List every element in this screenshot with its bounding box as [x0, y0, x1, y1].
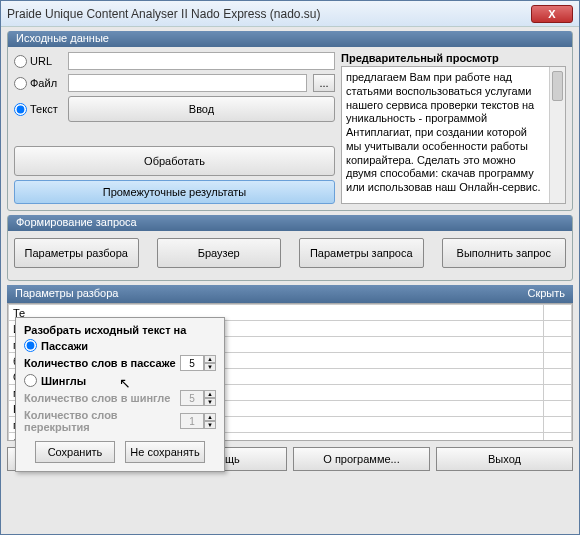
parse-params-popup: Разобрать исходный текст на Пассажи Коли…: [15, 317, 225, 472]
spin-up-icon: ▲: [204, 390, 216, 398]
overlap-spinner: ▲▼: [180, 413, 216, 429]
file-radio[interactable]: [14, 77, 27, 90]
spin-up-icon: ▲: [204, 413, 216, 421]
spin-down-icon[interactable]: ▼: [204, 363, 216, 371]
browser-button[interactable]: Браузер: [157, 238, 282, 268]
row-value: [544, 401, 572, 417]
source-group: Исходные данные URL Файл ... Текст Ввод: [7, 31, 573, 211]
text-radio-label[interactable]: Текст: [14, 103, 62, 116]
file-browse-button[interactable]: ...: [313, 74, 335, 92]
popup-hide-label[interactable]: Скрыть: [527, 287, 565, 301]
scrollbar-thumb[interactable]: [552, 71, 563, 101]
preview-label: Предварительный просмотр: [341, 52, 566, 64]
preview-text: предлагаем Вам при работе над статьями в…: [346, 71, 561, 195]
preview-scrollbar[interactable]: [549, 67, 565, 203]
close-button[interactable]: X: [531, 5, 573, 23]
row-value: [544, 433, 572, 442]
overlap-input: [180, 413, 204, 429]
vvod-button[interactable]: Ввод: [68, 96, 335, 122]
popup-save-button[interactable]: Сохранить: [35, 441, 115, 463]
file-radio-label[interactable]: Файл: [14, 77, 62, 90]
words-passage-input[interactable]: [180, 355, 204, 371]
row-value: [544, 369, 572, 385]
row-value: [544, 337, 572, 353]
url-radio-label[interactable]: URL: [14, 55, 62, 68]
source-group-title: Исходные данные: [8, 31, 572, 47]
window-title: Praide Unique Content Analyser II Nado E…: [7, 7, 531, 21]
about-button[interactable]: О программе...: [293, 447, 430, 471]
url-radio[interactable]: [14, 55, 27, 68]
query-group-title: Формирование запроса: [8, 215, 572, 231]
text-radio[interactable]: [14, 103, 27, 116]
spin-down-icon: ▼: [204, 421, 216, 429]
row-value: [544, 385, 572, 401]
row-value: [544, 353, 572, 369]
titlebar[interactable]: Praide Unique Content Analyser II Nado E…: [1, 1, 579, 27]
overlap-label: Количество слов перекрытия: [24, 409, 180, 433]
exit-button[interactable]: Выход: [436, 447, 573, 471]
popup-header: Разобрать исходный текст на: [24, 324, 216, 336]
popup-title: Параметры разбора: [15, 287, 527, 301]
preview-box[interactable]: предлагаем Вам при работе над статьями в…: [341, 66, 566, 204]
process-button[interactable]: Обработать: [14, 146, 335, 176]
words-shingle-label: Количество слов в шингле: [24, 392, 170, 404]
words-shingle-spinner: ▲▼: [180, 390, 216, 406]
row-value: [544, 417, 572, 433]
spin-down-icon: ▼: [204, 398, 216, 406]
words-passage-spinner[interactable]: ▲▼: [180, 355, 216, 371]
file-input[interactable]: [68, 74, 307, 92]
shingles-radio[interactable]: [24, 374, 37, 387]
passages-option[interactable]: Пассажи: [24, 339, 216, 352]
run-query-button[interactable]: Выполнить запрос: [442, 238, 567, 268]
parse-params-button[interactable]: Параметры разбора: [14, 238, 139, 268]
query-group: Формирование запроса Параметры разбора Б…: [7, 215, 573, 281]
passages-radio[interactable]: [24, 339, 37, 352]
shingles-option[interactable]: Шинглы: [24, 374, 216, 387]
url-input[interactable]: [68, 52, 335, 70]
row-value: [544, 321, 572, 337]
spin-up-icon[interactable]: ▲: [204, 355, 216, 363]
popup-titlebar[interactable]: Параметры разбора Скрыть: [7, 285, 573, 303]
query-params-button[interactable]: Параметры запроса: [299, 238, 424, 268]
close-icon: X: [548, 8, 555, 20]
window-content: Исходные данные URL Файл ... Текст Ввод: [1, 27, 579, 534]
words-passage-label: Количество слов в пассаже: [24, 357, 176, 369]
row-value: [544, 305, 572, 321]
intermediate-results-button[interactable]: Промежуточные результаты: [14, 180, 335, 204]
popup-nosave-button[interactable]: Не сохранять: [125, 441, 205, 463]
app-window: Praide Unique Content Analyser II Nado E…: [0, 0, 580, 535]
words-shingle-input: [180, 390, 204, 406]
